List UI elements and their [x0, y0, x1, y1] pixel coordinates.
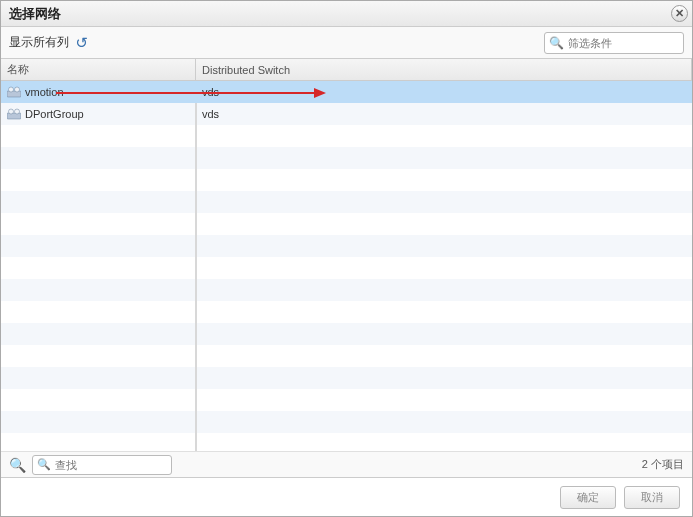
ok-button[interactable]: 确定 [560, 486, 616, 509]
close-icon: ✕ [675, 8, 684, 19]
portgroup-icon [7, 108, 21, 120]
column-dswitch[interactable]: Distributed Switch [196, 59, 692, 80]
search-icon: 🔍 [37, 458, 51, 471]
toolbar: 显示所有列 ↻ 🔍 ▼ [1, 27, 692, 59]
table-row[interactable]: DPortGroup vds [1, 103, 692, 125]
svg-point-1 [9, 87, 14, 92]
table: 名称 Distributed Switch vmotion vds [1, 59, 692, 478]
search-input[interactable] [55, 459, 193, 471]
svg-rect-5 [7, 113, 21, 119]
table-body: vmotion vds [1, 81, 692, 451]
portgroup-icon [7, 86, 21, 98]
binoculars-icon[interactable]: 🔍 [9, 457, 26, 473]
row-dswitch: vds [202, 86, 219, 98]
svg-rect-0 [7, 91, 21, 97]
svg-point-7 [15, 109, 20, 114]
dialog-buttons: 确定 取消 [1, 478, 692, 516]
filter-box[interactable]: 🔍 ▼ [544, 32, 684, 54]
item-count: 2 个项目 [642, 457, 684, 472]
dialog-title: 选择网络 [9, 5, 61, 23]
search-box[interactable]: 🔍 [32, 455, 172, 475]
table-row[interactable]: vmotion vds [1, 81, 692, 103]
table-footer: 🔍 🔍 2 个项目 [1, 451, 692, 477]
svg-point-6 [9, 109, 14, 114]
titlebar: 选择网络 ✕ [1, 1, 692, 27]
filter-input[interactable] [568, 37, 693, 49]
close-button[interactable]: ✕ [671, 5, 688, 22]
refresh-icon[interactable]: ↻ [75, 34, 88, 52]
row-name: DPortGroup [25, 108, 84, 120]
table-header: 名称 Distributed Switch [1, 59, 692, 81]
svg-point-2 [15, 87, 20, 92]
show-all-columns-link[interactable]: 显示所有列 [9, 34, 69, 51]
column-name[interactable]: 名称 [1, 59, 196, 80]
dialog: 选择网络 ✕ 显示所有列 ↻ 🔍 ▼ 名称 Distributed Switch [0, 0, 693, 517]
search-icon: 🔍 [549, 36, 564, 50]
row-dswitch: vds [202, 108, 219, 120]
cancel-button[interactable]: 取消 [624, 486, 680, 509]
row-name: vmotion [25, 86, 64, 98]
